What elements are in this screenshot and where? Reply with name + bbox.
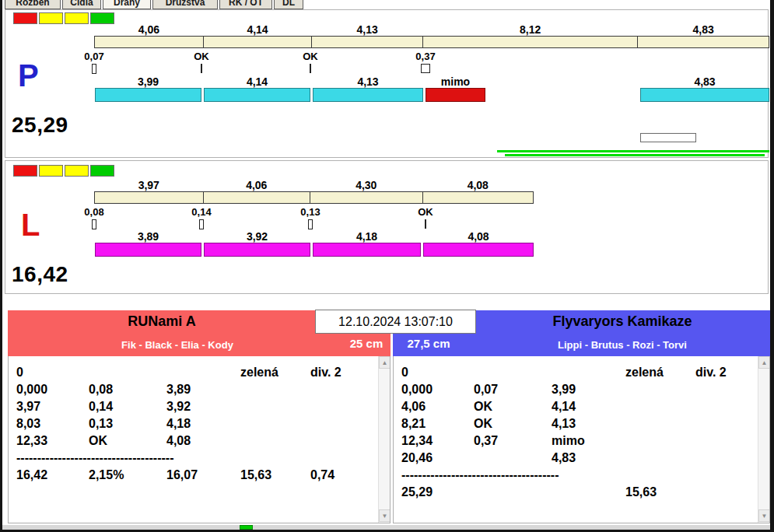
result-row: -------------------------------------- bbox=[394, 468, 769, 485]
scroll-down-button[interactable]: ▼ bbox=[758, 509, 770, 522]
result-cell: 4,18 bbox=[166, 417, 191, 431]
team-left-name: RUNami A bbox=[8, 313, 316, 330]
tab-rk-ot[interactable]: RK / OT bbox=[219, 0, 272, 9]
plan-segment: 4,14 bbox=[204, 37, 313, 47]
status-lights-l bbox=[13, 165, 114, 177]
result-cell: 4,13 bbox=[552, 417, 576, 431]
tab-cidla[interactable]: Cidla bbox=[62, 0, 101, 9]
result-cell: 0,000 bbox=[401, 383, 433, 397]
status-light bbox=[13, 12, 37, 24]
scroll-up-button[interactable]: ▲ bbox=[379, 356, 391, 369]
run-time-bar: 4,83 bbox=[640, 88, 769, 102]
result-cell: 3,92 bbox=[166, 400, 191, 414]
tab-label: Drahy bbox=[114, 0, 140, 9]
gate-time-label: 0,37 bbox=[415, 51, 435, 62]
right-results-scrollbar[interactable]: ▲ ▼ bbox=[758, 356, 770, 523]
team-left-dogs: Fik - Black - Elia - Kody bbox=[8, 339, 347, 351]
result-cell: 8,21 bbox=[401, 417, 426, 431]
result-cell: zelená bbox=[625, 366, 664, 380]
result-cell: 0,14 bbox=[89, 400, 113, 414]
result-cell: 0,08 bbox=[89, 383, 113, 397]
run-time-label: mimo bbox=[441, 75, 470, 88]
result-row: 25,2915,63 bbox=[394, 485, 769, 502]
run-time-bar: 3,92 bbox=[204, 243, 310, 257]
run-time-label: 3,92 bbox=[247, 230, 268, 243]
run-time-label: 4,83 bbox=[694, 75, 715, 88]
tab-dl[interactable]: DL bbox=[274, 0, 303, 9]
result-cell: mimo bbox=[552, 434, 585, 448]
split-plan-bar-p: 4,06 4,14 4,13 8,12 4,83 bbox=[94, 36, 769, 48]
left-results-scrollbar[interactable]: ▲ ▼ bbox=[378, 356, 391, 523]
lane-letter-p: P bbox=[18, 60, 39, 91]
status-light bbox=[65, 12, 89, 24]
team-right-height: 27,5 cm bbox=[399, 337, 458, 350]
window-border-left bbox=[0, 0, 2, 532]
result-cell: 0,13 bbox=[89, 417, 113, 431]
result-cell: 12,33 bbox=[16, 434, 47, 448]
gate-mark bbox=[199, 219, 204, 229]
run-time-bar: 4,08 bbox=[423, 243, 534, 257]
plan-segment: 8,12 bbox=[423, 37, 638, 47]
gate-time-label: 0,13 bbox=[300, 206, 320, 218]
result-row: 8,030,134,18 bbox=[9, 417, 390, 434]
tab-rozbeh[interactable]: Rozbeh bbox=[5, 0, 61, 9]
result-row: 3,970,143,92 bbox=[9, 400, 390, 417]
result-cell: 12,34 bbox=[401, 434, 433, 448]
app-window: RozbehCidlaDrahyDruzstvaRK / OTDL P 4,06… bbox=[0, 0, 774, 532]
plan-segment: 4,06 bbox=[204, 192, 311, 203]
result-cell: zelená bbox=[240, 366, 278, 380]
run-time-bar: 4,18 bbox=[313, 243, 421, 257]
scroll-up-button[interactable]: ▲ bbox=[758, 356, 770, 369]
tab-label: DL bbox=[282, 0, 295, 9]
run-time-bar: 4,13 bbox=[313, 88, 423, 102]
gate-time-label: 0,07 bbox=[84, 51, 103, 62]
result-row: 12,340,37mimo bbox=[394, 434, 769, 451]
status-light bbox=[13, 165, 37, 177]
result-cell: 16,42 bbox=[16, 468, 47, 482]
tab-drahy[interactable]: Drahy bbox=[103, 0, 151, 9]
split-time-label: 4,14 bbox=[247, 23, 268, 36]
result-cell: 4,08 bbox=[166, 434, 191, 448]
result-row: 0zelenádiv. 2 bbox=[394, 366, 769, 383]
window-border-right bbox=[770, 0, 774, 532]
result-cell: 20,46 bbox=[401, 451, 433, 465]
plan-segment: 4,06 bbox=[95, 37, 204, 47]
status-light bbox=[90, 12, 114, 24]
tab-druzstva[interactable]: Druzstva bbox=[152, 0, 218, 9]
result-cell: -------------------------------------- bbox=[401, 468, 559, 482]
tab-label: Rozbeh bbox=[16, 0, 49, 9]
result-row: 8,21OK4,13 bbox=[394, 417, 769, 434]
result-cell: div. 2 bbox=[695, 366, 727, 380]
progress-box bbox=[640, 133, 696, 142]
gate-mark bbox=[92, 64, 96, 74]
result-row: 0,0000,073,99 bbox=[394, 383, 769, 400]
gate-time-label: OK bbox=[194, 51, 209, 62]
result-cell: 4,14 bbox=[552, 400, 576, 414]
result-cell: 8,03 bbox=[16, 417, 40, 431]
scroll-down-button[interactable]: ▼ bbox=[379, 509, 391, 522]
run-time-label: 3,99 bbox=[138, 75, 159, 88]
result-cell: 4,06 bbox=[401, 400, 426, 414]
plan-segment: 4,30 bbox=[310, 192, 422, 203]
result-cell: OK bbox=[474, 417, 492, 431]
team-left-height: 25 cm bbox=[342, 337, 391, 350]
run-time-bar: 3,99 bbox=[95, 88, 201, 102]
result-cell: 25,29 bbox=[401, 485, 433, 499]
result-cell: 0,07 bbox=[474, 383, 498, 397]
split-time-label: 4,30 bbox=[355, 179, 376, 191]
result-rows: 0zelenádiv. 20,0000,083,893,970,143,928,… bbox=[9, 356, 390, 523]
gate-mark bbox=[201, 64, 202, 73]
plan-segment: 3,97 bbox=[95, 192, 204, 203]
green-status-line bbox=[505, 154, 765, 156]
gate-time-label: OK bbox=[418, 206, 433, 218]
split-time-label: 3,97 bbox=[138, 179, 159, 191]
gate-mark bbox=[425, 219, 426, 229]
result-cell: 0,74 bbox=[310, 468, 334, 482]
status-lights-p bbox=[13, 12, 114, 24]
split-plan-bar-l: 3,97 4,06 4,30 4,08 bbox=[94, 191, 534, 204]
split-time-label: 4,06 bbox=[246, 179, 267, 191]
result-row: 12,33OK4,08 bbox=[9, 434, 390, 451]
result-cell: 3,99 bbox=[552, 383, 576, 397]
gate-mark bbox=[421, 64, 430, 73]
result-cell: 2,15% bbox=[89, 468, 124, 482]
